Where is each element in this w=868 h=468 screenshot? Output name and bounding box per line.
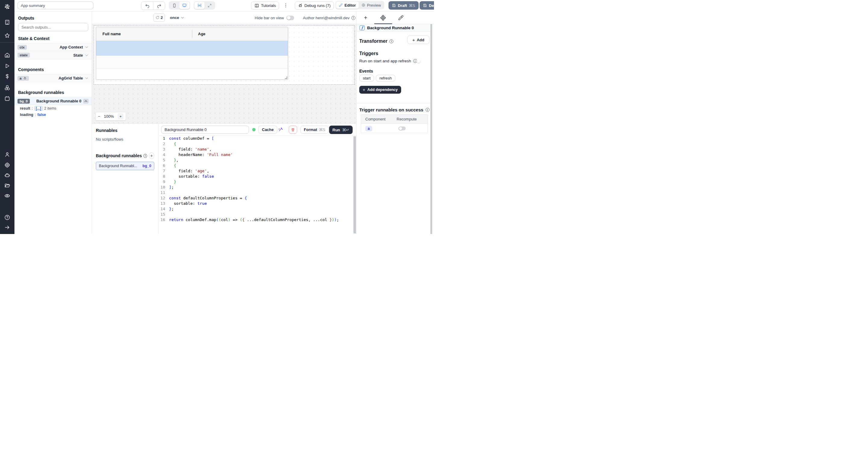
- schedules-icon[interactable]: [4, 96, 10, 101]
- events-heading: Events: [359, 69, 373, 73]
- editor-tab[interactable]: Editor: [336, 1, 359, 9]
- component-column-header: Component: [361, 117, 397, 121]
- table-row-selected[interactable]: [96, 41, 288, 56]
- desktop-view-button[interactable]: [179, 2, 190, 9]
- resize-handle[interactable]: [285, 76, 287, 79]
- runnable-name-input[interactable]: [161, 126, 249, 134]
- search-outputs-input[interactable]: [18, 23, 88, 31]
- tutorials-button[interactable]: Tutorials: [251, 1, 279, 10]
- preview-tab[interactable]: Preview: [359, 1, 384, 9]
- preview-target-icon: [361, 3, 366, 7]
- info-icon[interactable]: i: [390, 39, 393, 43]
- column-header-full-name[interactable]: Full name: [96, 32, 192, 36]
- app-summary-input[interactable]: [18, 1, 93, 9]
- runnable-header-title: Background Runnable 0: [367, 26, 414, 30]
- add-dependency-button[interactable]: +Add dependency: [359, 86, 401, 94]
- add-runnable-button[interactable]: +: [149, 153, 154, 159]
- info-icon[interactable]: i: [426, 108, 430, 112]
- refresh-mode-label: once: [170, 15, 179, 20]
- add-transformer-button[interactable]: +Add: [407, 36, 430, 44]
- author-info: Author henri@windmill.dev i: [303, 11, 355, 24]
- format-button[interactable]: Format ⌘S: [301, 126, 329, 134]
- draft-button[interactable]: Draft ⌘S: [389, 1, 418, 10]
- canvas-body[interactable]: Full name Age − 100% +: [92, 24, 356, 124]
- chevron-down-icon[interactable]: [85, 53, 89, 57]
- app-grid-area[interactable]: Full name Age: [94, 25, 354, 85]
- resources-icon[interactable]: [4, 85, 10, 91]
- event-chip-refresh[interactable]: refresh: [376, 75, 395, 81]
- ctx-row[interactable]: ctx App Context: [14, 43, 92, 51]
- audit-eye-icon[interactable]: [4, 193, 10, 199]
- recompute-toggle[interactable]: [398, 127, 406, 130]
- settings-gear-icon[interactable]: [4, 162, 10, 168]
- full-width-layout-button[interactable]: [205, 2, 215, 9]
- folders-icon[interactable]: [4, 182, 10, 189]
- format-shortcut: ⌘S: [319, 127, 325, 132]
- deploy-button[interactable]: Deploy: [420, 1, 434, 10]
- styling-brush-tab[interactable]: [397, 14, 404, 21]
- workspace-icon[interactable]: [4, 19, 10, 25]
- draft-label: Draft: [398, 3, 407, 8]
- refresh-count-button[interactable]: 2: [153, 13, 165, 22]
- table-row[interactable]: [96, 56, 288, 69]
- hide-bar-toggle[interactable]: [286, 16, 294, 20]
- aggrid-table-component[interactable]: Full name Age: [96, 27, 288, 80]
- code-lines[interactable]: 1const columnDef = [2 {3 field: 'name',4…: [158, 136, 353, 234]
- debug-runs-button[interactable]: Debug runs (7): [295, 1, 334, 10]
- redo-button[interactable]: [153, 2, 165, 10]
- bg0-runnable-item[interactable]: Background Runnabl... bg_0: [96, 162, 154, 170]
- loading-key: loading: [20, 113, 33, 117]
- result-row[interactable]: result : [...] 2 items: [14, 105, 92, 112]
- component-a-row[interactable]: a AgGrid Table: [14, 74, 92, 82]
- chevron-up-icon[interactable]: [83, 99, 89, 104]
- delete-runnable-button[interactable]: [289, 126, 297, 134]
- trigger-success-table: Component Recompute a: [361, 114, 428, 133]
- workers-robot-icon[interactable]: [4, 172, 10, 178]
- info-icon[interactable]: i: [413, 59, 417, 63]
- panel-scrollbar[interactable]: [430, 24, 432, 234]
- refresh-mode-dropdown[interactable]: once: [170, 13, 184, 22]
- trigger-on-success-heading: Trigger runnables on successi: [359, 107, 430, 112]
- expand-rail-arrow-icon[interactable]: [4, 224, 10, 230]
- chevron-down-icon[interactable]: [85, 45, 89, 49]
- result-items-count: 2 items: [44, 106, 56, 110]
- run-shortcut: ⌘↵: [342, 128, 349, 132]
- event-chip-start[interactable]: start: [359, 75, 374, 81]
- column-divider: [192, 30, 192, 38]
- undo-button[interactable]: [141, 2, 153, 10]
- loading-row[interactable]: loading : false: [14, 112, 92, 118]
- zoom-out-button[interactable]: −: [98, 114, 100, 119]
- state-row[interactable]: state State: [14, 51, 92, 59]
- colon: :: [35, 113, 36, 117]
- ctx-badge: ctx: [18, 45, 27, 50]
- center-layout-button[interactable]: [194, 2, 205, 9]
- column-header-age[interactable]: Age: [192, 32, 206, 36]
- mobile-view-button[interactable]: [169, 2, 179, 9]
- result-collapsed-token[interactable]: [...]: [34, 106, 43, 111]
- insert-component-tab[interactable]: +: [362, 14, 369, 21]
- chevron-down-icon[interactable]: [85, 76, 89, 80]
- info-icon[interactable]: i: [144, 154, 147, 158]
- user-icon[interactable]: [4, 152, 10, 158]
- component-a-chip[interactable]: a: [365, 126, 398, 131]
- run-button[interactable]: Run ⌘↵: [329, 126, 352, 134]
- code-scrollbar[interactable]: [353, 136, 356, 234]
- kebab-menu-icon[interactable]: ⋮: [283, 2, 288, 8]
- outputs-panel: Outputs State & Context ctx App Context …: [14, 11, 92, 234]
- windmill-logo-icon[interactable]: [3, 3, 11, 10]
- table-row[interactable]: [96, 69, 288, 80]
- bg0-row[interactable]: bg_0 Background Runnable 0: [14, 97, 92, 105]
- ai-wand-icon[interactable]: [278, 127, 283, 132]
- bg0-badge: bg_0: [18, 99, 30, 104]
- component-a-badge: a: [18, 76, 29, 81]
- cache-button[interactable]: Cache: [258, 126, 277, 134]
- component-settings-tab[interactable]: [380, 14, 386, 21]
- variables-icon[interactable]: [4, 73, 10, 79]
- runs-icon[interactable]: [4, 63, 10, 69]
- home-icon[interactable]: [4, 52, 10, 58]
- favorites-star-icon[interactable]: [4, 33, 10, 38]
- runnables-sidebar: Runnables No scripts/flows Background ru…: [92, 124, 158, 234]
- help-icon[interactable]: [4, 214, 10, 221]
- info-icon[interactable]: i: [351, 16, 355, 20]
- zoom-in-button[interactable]: +: [118, 113, 124, 119]
